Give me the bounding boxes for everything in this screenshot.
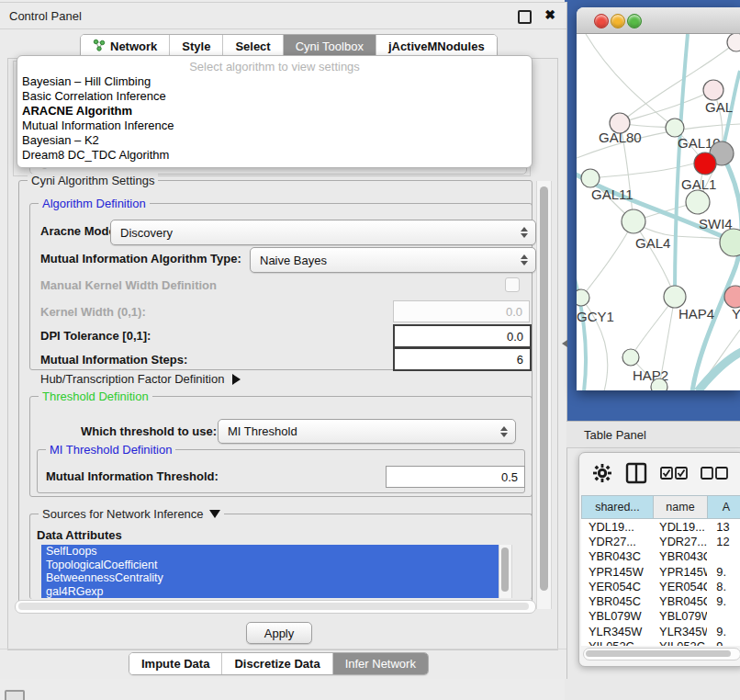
network-node-gal11[interactable] xyxy=(581,169,600,187)
mi-threshold-input[interactable]: 0.5 xyxy=(386,466,525,488)
data-attributes-list: SelfLoopsTopologicalCoefficientBetweenne… xyxy=(41,545,510,598)
close-panel-icon[interactable]: ✖ xyxy=(544,7,555,22)
network-window-titlebar[interactable] xyxy=(577,7,740,34)
manual-kernel-checkbox[interactable] xyxy=(505,277,520,292)
deselect-all-icon[interactable] xyxy=(701,467,728,480)
mi-type-combo[interactable]: Naive Bayes xyxy=(250,247,536,273)
network-node[interactable] xyxy=(694,152,716,175)
table-row[interactable]: YBR045CYBR045C9. xyxy=(581,593,740,608)
network-view-window: GALGAL80GAL10GAL1GAL11SWI4GAL4GCY1HAP4YH… xyxy=(577,7,740,390)
algorithm-dropdown-hint: Select algorithm to view settings xyxy=(17,60,532,74)
algorithm-option-mutual-information-inference[interactable]: Mutual Information Inference xyxy=(17,119,532,133)
tab-label: Cyni Toolbox xyxy=(296,40,364,53)
attribute-item-selfloops[interactable]: SelfLoops xyxy=(41,545,510,559)
select-all-icon[interactable] xyxy=(660,467,688,480)
bottom-separator xyxy=(0,649,566,649)
attribute-item-gal4rgexp[interactable]: gal4RGexp xyxy=(41,585,510,599)
algorithm-option-aracne-algorithm[interactable]: ARACNE Algorithm xyxy=(17,104,532,119)
bottom-tab-infer-network[interactable]: Infer Network xyxy=(333,653,428,674)
sources-legend-label: Sources for Network Inference xyxy=(42,507,204,521)
table-cell: YBR045C xyxy=(581,594,652,608)
table-row[interactable]: YBL079WYBL079W xyxy=(581,609,740,624)
settings-horizontal-scrollbar[interactable] xyxy=(15,600,536,614)
table-row[interactable]: YPR145WYPR145W9. xyxy=(581,564,740,579)
table-row[interactable]: YER054CYER054C8. xyxy=(581,579,740,593)
table-hscrollbar-thumb[interactable] xyxy=(586,650,731,657)
control-panel-titlebar: Control Panel ✖ xyxy=(0,3,566,29)
mi-threshold-value: 0.5 xyxy=(501,470,518,484)
sources-disclosure[interactable]: Sources for Network Inference xyxy=(39,507,224,521)
network-node-swi4[interactable] xyxy=(720,229,740,256)
table-row[interactable]: YDL19...YDL19...13 xyxy=(581,519,740,534)
hub-tf-disclosure[interactable]: Hub/Transcription Factor Definition xyxy=(40,372,241,386)
algorithm-definition-legend: Algorithm Definition xyxy=(39,197,150,210)
table-row[interactable]: YIL052CYIL052C9. xyxy=(581,638,740,646)
minimized-panel-icon[interactable] xyxy=(5,690,25,700)
network-node-hap2[interactable] xyxy=(622,349,639,366)
stepper-arrows-icon xyxy=(521,227,528,238)
table-cell: 9. xyxy=(707,594,740,608)
table-row[interactable]: YLR345WYLR345W9. xyxy=(581,624,740,638)
which-threshold-label: Which threshold to use: xyxy=(81,424,217,438)
settings-vertical-scrollbar[interactable] xyxy=(536,181,552,609)
float-panel-icon[interactable] xyxy=(518,10,532,24)
aracne-mode-combo[interactable]: Discovery xyxy=(110,220,536,245)
settings-scrollbar-thumb[interactable] xyxy=(540,186,548,591)
gear-icon[interactable] xyxy=(592,463,612,483)
network-node[interactable] xyxy=(727,34,740,51)
algorithm-option-basic-correlation-inference[interactable]: Basic Correlation Inference xyxy=(17,89,532,104)
network-node-gal1[interactable] xyxy=(686,190,710,214)
node-label-hap4: HAP4 xyxy=(678,306,714,322)
table-panel-titlebar: Table Panel xyxy=(566,421,740,448)
apply-button[interactable]: Apply xyxy=(246,622,312,644)
table-cell: YDL19... xyxy=(652,520,707,534)
panel-splitter-arrow-icon[interactable] xyxy=(562,340,567,347)
network-node-gal[interactable] xyxy=(703,80,723,100)
table-cell: 13 xyxy=(707,520,740,534)
which-threshold-combo[interactable]: MI Threshold xyxy=(218,419,516,444)
network-node-gal4[interactable] xyxy=(622,209,645,233)
bottom-tab-discretize-data[interactable]: Discretize Data xyxy=(222,653,332,674)
network-node-gal10[interactable] xyxy=(666,119,684,137)
network-node[interactable] xyxy=(651,378,667,390)
table-toolbar xyxy=(579,453,740,493)
bottom-tab-impute-data[interactable]: Impute Data xyxy=(129,653,222,674)
table-window: shared...nameA YDL19...YDL19...13YDR27..… xyxy=(578,452,740,667)
column-header-a[interactable]: A xyxy=(707,495,740,519)
tab-label: Impute Data xyxy=(141,657,209,671)
kernel-width-input[interactable]: 0.0 xyxy=(393,300,530,322)
table-cell: YDL19... xyxy=(581,520,652,534)
algorithm-option-dream8-dc-tdc-algorithm[interactable]: Dream8 DC_TDC Algorithm xyxy=(17,148,532,163)
algorithm-option-bayesian-hill-climbing[interactable]: Bayesian – Hill Climbing xyxy=(17,74,532,89)
settings-hscrollbar-thumb[interactable] xyxy=(18,603,529,610)
algorithm-dropdown-items: Bayesian – Hill ClimbingBasic Correlatio… xyxy=(17,74,532,163)
dpi-tolerance-input[interactable]: 0.0 xyxy=(393,324,532,348)
mi-type-value: Naive Bayes xyxy=(260,254,327,267)
threshold-definition-legend: Threshold Definition xyxy=(39,390,152,403)
mi-steps-input[interactable]: 6 xyxy=(393,347,532,371)
network-node-hap4[interactable] xyxy=(664,286,686,308)
table-cell: 12 xyxy=(707,535,740,548)
split-columns-icon[interactable] xyxy=(625,462,647,484)
hub-tf-label: Hub/Transcription Factor Definition xyxy=(40,372,224,386)
zoom-traffic-light-icon[interactable] xyxy=(627,14,642,28)
table-panel-title: Table Panel xyxy=(566,428,646,442)
table-row[interactable]: YBR043CYBR043C xyxy=(581,549,740,564)
minimize-traffic-light-icon[interactable] xyxy=(611,14,625,28)
algorithm-option-bayesian-k2[interactable]: Bayesian – K2 xyxy=(17,133,532,148)
attribute-item-topologicalcoefficient[interactable]: TopologicalCoefficient xyxy=(41,559,510,572)
close-traffic-light-icon[interactable] xyxy=(594,14,609,28)
table-row[interactable]: YDR27...YDR27...12 xyxy=(581,534,740,548)
table-cell: YLR345W xyxy=(581,625,652,638)
table-cell: YBR043C xyxy=(652,549,707,563)
attributes-vertical-scrollbar[interactable] xyxy=(499,545,512,598)
column-header-shared[interactable]: shared... xyxy=(581,495,653,519)
attributes-scrollbar-thumb[interactable] xyxy=(501,548,509,592)
algorithm-dropdown-popup: Select algorithm to view settings Bayesi… xyxy=(17,55,533,168)
table-horizontal-scrollbar[interactable] xyxy=(583,648,740,660)
mi-steps-value: 6 xyxy=(517,353,523,367)
node-label-gal: GAL xyxy=(705,99,733,115)
attribute-item-betweennesscentrality[interactable]: BetweennessCentrality xyxy=(41,571,510,585)
network-node-gcy1[interactable] xyxy=(577,289,589,306)
column-header-name[interactable]: name xyxy=(653,495,707,519)
